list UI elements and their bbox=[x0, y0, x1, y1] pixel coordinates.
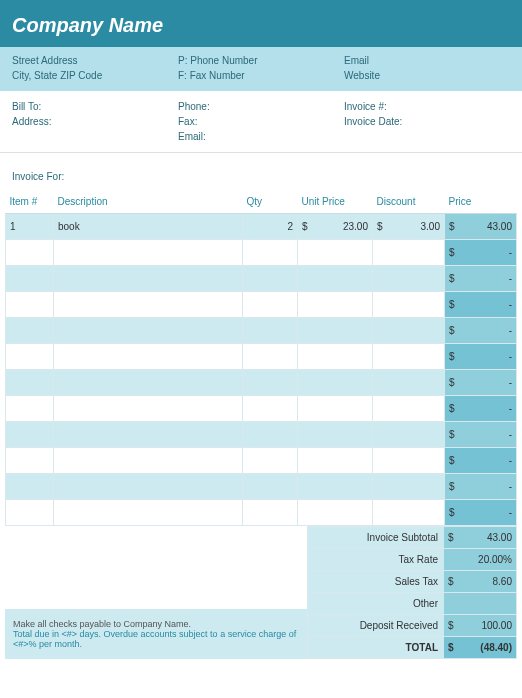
table-cell[interactable]: $- bbox=[445, 500, 517, 526]
table-cell[interactable] bbox=[373, 422, 445, 448]
table-cell[interactable]: $- bbox=[445, 448, 517, 474]
table-cell[interactable]: $- bbox=[445, 266, 517, 292]
table-cell[interactable]: $- bbox=[445, 396, 517, 422]
table-cell[interactable] bbox=[54, 344, 243, 370]
table-cell[interactable] bbox=[373, 500, 445, 526]
table-cell[interactable] bbox=[243, 474, 298, 500]
table-cell[interactable]: $- bbox=[445, 318, 517, 344]
total-value: $(48.40) bbox=[444, 637, 516, 658]
table-cell[interactable] bbox=[54, 370, 243, 396]
table-cell[interactable] bbox=[54, 396, 243, 422]
table-cell[interactable] bbox=[373, 396, 445, 422]
table-cell[interactable] bbox=[298, 318, 373, 344]
table-cell[interactable] bbox=[6, 396, 54, 422]
table-cell[interactable]: $- bbox=[445, 344, 517, 370]
invoice-for-label: Invoice For: bbox=[0, 153, 522, 190]
table-cell[interactable] bbox=[54, 292, 243, 318]
table-cell[interactable]: $- bbox=[445, 474, 517, 500]
table-cell[interactable] bbox=[373, 292, 445, 318]
table-cell[interactable] bbox=[373, 240, 445, 266]
table-cell[interactable] bbox=[54, 474, 243, 500]
table-cell[interactable] bbox=[298, 292, 373, 318]
table-cell[interactable] bbox=[6, 266, 54, 292]
table-cell[interactable]: $3.00 bbox=[373, 214, 445, 240]
table-cell[interactable] bbox=[373, 448, 445, 474]
table-cell[interactable]: 1 bbox=[6, 214, 54, 240]
table-cell[interactable] bbox=[298, 240, 373, 266]
table-cell[interactable] bbox=[243, 370, 298, 396]
table-cell[interactable] bbox=[243, 396, 298, 422]
table-cell[interactable] bbox=[243, 422, 298, 448]
fax-number: F: Fax Number bbox=[178, 68, 344, 83]
table-header-row: Item # Description Qty Unit Price Discou… bbox=[6, 190, 517, 214]
table-cell[interactable]: $- bbox=[445, 370, 517, 396]
table-cell[interactable] bbox=[6, 448, 54, 474]
salestax-label: Sales Tax bbox=[308, 571, 444, 592]
table-cell[interactable] bbox=[243, 266, 298, 292]
table-cell[interactable] bbox=[6, 344, 54, 370]
table-cell[interactable] bbox=[298, 344, 373, 370]
table-cell[interactable] bbox=[298, 396, 373, 422]
table-row: 1book2$23.00$3.00$43.00 bbox=[6, 214, 517, 240]
table-cell[interactable]: $23.00 bbox=[298, 214, 373, 240]
salestax-value[interactable]: $8.60 bbox=[444, 571, 516, 592]
table-cell[interactable] bbox=[373, 266, 445, 292]
bill-to-band: Bill To: Address: Phone: Fax: Email: Inv… bbox=[0, 91, 522, 153]
email-label: Email: bbox=[178, 129, 344, 144]
table-cell[interactable] bbox=[6, 292, 54, 318]
other-value[interactable] bbox=[444, 593, 516, 614]
table-cell[interactable] bbox=[243, 240, 298, 266]
table-row: $- bbox=[6, 500, 517, 526]
table-cell[interactable]: $43.00 bbox=[445, 214, 517, 240]
deposit-label: Deposit Received bbox=[308, 615, 444, 636]
table-cell[interactable] bbox=[54, 422, 243, 448]
table-cell[interactable]: $- bbox=[445, 292, 517, 318]
table-cell[interactable] bbox=[54, 448, 243, 474]
other-label: Other bbox=[308, 593, 444, 614]
table-cell[interactable] bbox=[373, 318, 445, 344]
deposit-value[interactable]: $100.00 bbox=[444, 615, 516, 636]
table-cell[interactable] bbox=[243, 318, 298, 344]
summary-section: Make all checks payable to Company Name.… bbox=[0, 526, 522, 659]
taxrate-value[interactable]: 20.00% bbox=[444, 549, 516, 570]
company-name: Company Name bbox=[12, 14, 163, 36]
subtotal-value[interactable]: $43.00 bbox=[444, 527, 516, 548]
table-cell[interactable] bbox=[298, 448, 373, 474]
table-cell[interactable]: book bbox=[54, 214, 243, 240]
table-cell[interactable] bbox=[6, 318, 54, 344]
table-cell[interactable] bbox=[6, 422, 54, 448]
table-cell[interactable] bbox=[54, 500, 243, 526]
footer-notes: Make all checks payable to Company Name.… bbox=[5, 609, 307, 659]
table-cell[interactable] bbox=[54, 318, 243, 344]
table-cell[interactable] bbox=[298, 500, 373, 526]
table-cell[interactable] bbox=[243, 344, 298, 370]
website: Website bbox=[344, 68, 510, 83]
email: Email bbox=[344, 53, 510, 68]
table-cell[interactable] bbox=[373, 370, 445, 396]
phone-label: Phone: bbox=[178, 99, 344, 114]
table-cell[interactable] bbox=[298, 266, 373, 292]
table-cell[interactable]: $- bbox=[445, 240, 517, 266]
table-cell[interactable] bbox=[6, 240, 54, 266]
taxrate-label: Tax Rate bbox=[308, 549, 444, 570]
table-cell[interactable] bbox=[298, 370, 373, 396]
table-cell[interactable] bbox=[54, 266, 243, 292]
col-unit-price: Unit Price bbox=[298, 190, 373, 214]
table-cell[interactable] bbox=[54, 240, 243, 266]
table-cell[interactable]: 2 bbox=[243, 214, 298, 240]
table-cell[interactable] bbox=[243, 500, 298, 526]
table-cell[interactable] bbox=[373, 474, 445, 500]
table-cell[interactable] bbox=[6, 370, 54, 396]
table-cell[interactable] bbox=[243, 448, 298, 474]
col-discount: Discount bbox=[373, 190, 445, 214]
table-cell[interactable] bbox=[298, 422, 373, 448]
table-cell[interactable] bbox=[6, 500, 54, 526]
table-cell[interactable] bbox=[298, 474, 373, 500]
table-cell[interactable] bbox=[373, 344, 445, 370]
table-cell[interactable] bbox=[243, 292, 298, 318]
table-row: $- bbox=[6, 318, 517, 344]
table-row: $- bbox=[6, 448, 517, 474]
table-cell[interactable] bbox=[6, 474, 54, 500]
phone-number: P: Phone Number bbox=[178, 53, 344, 68]
table-cell[interactable]: $- bbox=[445, 422, 517, 448]
